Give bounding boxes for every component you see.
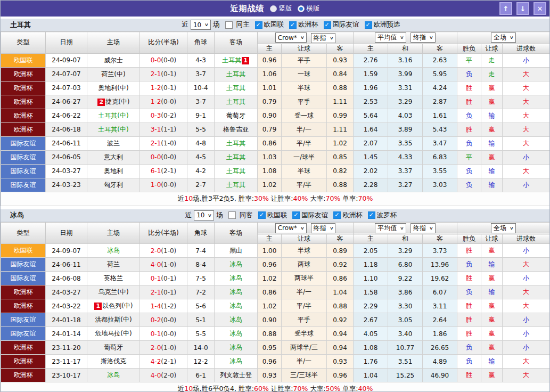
final-odds-select-2[interactable]: 终指∨: [411, 32, 436, 43]
away-team-cell: 冰岛: [215, 341, 258, 355]
competition-checkbox[interactable]: [365, 21, 372, 29]
same-venue-checkbox[interactable]: [228, 211, 236, 219]
result-cell: 胜: [457, 369, 481, 382]
bookmaker-select[interactable]: Crow*∨: [275, 223, 307, 233]
match-count-select[interactable]: 10∨: [194, 210, 214, 220]
fulltime-score: 2-0: [151, 344, 161, 352]
result-cell: 胜: [457, 299, 481, 313]
goals-result-cell: 大: [503, 95, 550, 109]
avg-home-cell: 2.76: [354, 53, 388, 67]
away-team-name: 土耳其: [222, 56, 241, 64]
move-up-button[interactable]: ↑: [499, 2, 512, 15]
home-odds-cell: 0.96: [258, 355, 282, 369]
competition-checkbox[interactable]: [324, 21, 331, 29]
competition-checkbox[interactable]: [368, 211, 375, 219]
col-header-home: 主场: [87, 32, 140, 54]
radio-icon[interactable]: [298, 5, 305, 12]
competition-type-cell: 欧洲杯: [1, 95, 46, 109]
home-team-name: 波兰: [107, 140, 120, 147]
average-select[interactable]: 平均值∨: [375, 223, 406, 233]
layout-radio-vertical[interactable]: 竖版: [270, 4, 292, 13]
competition-type-cell: 欧洲杯: [1, 341, 46, 355]
same-venue-label: 同客: [240, 211, 253, 220]
competition-filter: 国际友谊: [289, 211, 328, 220]
goals-result-cell: 大: [503, 369, 550, 382]
summary-segment: 70%: [293, 385, 308, 392]
avg-away-cell: 26.65: [423, 341, 457, 355]
results-table-iceland: 类型 日期 主场 比分(半场) 角球 客场 Crow*∨ 终指∨ 平均值∨ 终指…: [1, 222, 550, 392]
summary-segment: 50%: [326, 385, 341, 392]
col-header-odds-away: 客: [327, 234, 354, 244]
handicap-cell: 半/一: [282, 355, 327, 369]
home-team-cell: 匈牙利: [87, 178, 140, 192]
summary-segment: 让胜率:: [269, 385, 293, 392]
handicap-cell: 一/球半: [282, 150, 327, 164]
goals-result-cell: 小: [503, 313, 550, 327]
final-odds-select-2[interactable]: 终指∨: [411, 223, 436, 233]
away-odds-cell: 1.04: [327, 285, 354, 299]
fulltime-score: 1-2: [151, 98, 161, 105]
col-header-handicap: 让球: [282, 44, 327, 53]
col-header-type: 类型: [1, 32, 46, 54]
full-match-select[interactable]: 全场∨: [491, 32, 516, 43]
summary-segment: 40%: [358, 385, 373, 392]
close-button[interactable]: ✕: [533, 2, 546, 15]
competition-checkbox[interactable]: [289, 21, 297, 29]
date-cell: 24-01-14: [46, 327, 87, 341]
away-odds-cell: 0.82: [327, 164, 354, 178]
fulltime-score: 2-0: [151, 247, 161, 255]
handicap-cell: 一球: [282, 67, 327, 81]
away-team-cell: 列支敦士登: [215, 369, 258, 382]
halftime-score: (0-0): [161, 153, 176, 161]
away-odds-cell: 0.88: [327, 178, 354, 192]
home-team-cell: 土耳其(中): [87, 123, 140, 136]
match-count-select[interactable]: 10∨: [191, 20, 211, 30]
full-match-select[interactable]: 全场∨: [491, 223, 516, 233]
move-down-button[interactable]: ↓: [516, 2, 529, 15]
fulltime-score: 4-2: [151, 358, 161, 365]
avg-home-cell: 2.29: [354, 299, 388, 313]
layout-radio-horizontal[interactable]: 横版: [298, 4, 320, 13]
score-cell: 2-1(1-0): [140, 136, 187, 150]
home-odds-cell: 0.86: [258, 285, 282, 299]
home-odds-cell: 0.79: [258, 95, 282, 109]
competition-type-cell: 欧国联: [1, 244, 46, 258]
halftime-score: (0-1): [161, 275, 176, 282]
result-cell: 胜: [457, 95, 481, 109]
competition-checkbox[interactable]: [333, 211, 341, 219]
average-select[interactable]: 平均值∨: [375, 32, 406, 43]
halftime-score: (1-0): [161, 247, 176, 255]
final-odds-select[interactable]: 终指∨: [311, 223, 336, 233]
away-team-cell: 格鲁吉亚: [215, 123, 258, 136]
competition-label: 欧国联: [267, 211, 288, 220]
home-team-name: 荷兰: [107, 260, 120, 268]
avg-home-cell: 1.58: [354, 285, 388, 299]
competition-checkbox[interactable]: [255, 21, 262, 29]
avg-away-cell: 1.61: [423, 109, 457, 123]
away-odds-cell: 1.11: [327, 95, 354, 109]
result-cell: 负: [457, 109, 481, 123]
competition-filter: 欧洲预选: [362, 20, 400, 29]
summary-segment: 让胜率:: [269, 194, 293, 202]
fulltime-score: 2-1: [151, 140, 161, 147]
same-venue-checkbox[interactable]: [225, 21, 233, 29]
away-odds-cell: 0.94: [327, 341, 354, 355]
home-team-cell: 波兰: [87, 136, 140, 150]
final-odds-select[interactable]: 终指∨: [311, 33, 336, 43]
avg-away-cell: 3.11: [423, 299, 457, 313]
bookmaker-select[interactable]: Crow*∨: [275, 32, 307, 43]
away-team-name: 葡萄牙: [226, 112, 245, 119]
away-team-cell: 冰岛: [215, 285, 258, 299]
competition-checkbox[interactable]: [258, 211, 266, 219]
corner-cell: 4-8: [187, 136, 215, 150]
away-odds-cell: 0.96: [327, 369, 354, 382]
score-cell: 2-1(0-1): [140, 67, 187, 81]
home-team-cell: 英格兰: [87, 272, 140, 285]
col-header-goals: 进球数: [503, 234, 550, 244]
competition-checkbox[interactable]: [292, 211, 300, 219]
summary-segment: 30%: [254, 194, 269, 202]
radio-icon[interactable]: [270, 5, 277, 12]
away-team-cell: 土耳其: [215, 81, 258, 95]
filter-bar: 近10∨场同主欧国联欧洲杯国际友谊欧洲预选: [182, 20, 400, 30]
away-odds-cell: 0.92: [327, 313, 354, 327]
